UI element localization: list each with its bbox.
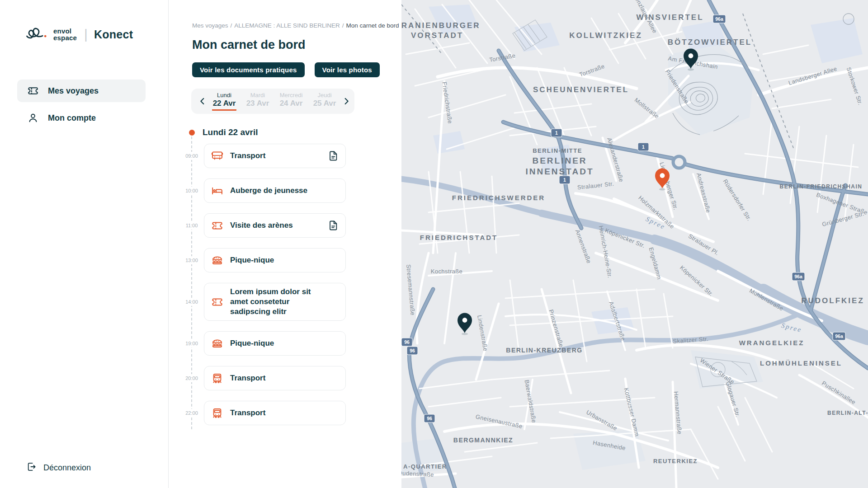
chevron-left-icon[interactable] [198,96,208,107]
district-label: BÖTZOWVIERTEL [668,38,752,47]
timeline-day-header: Lundi 22 avril [169,127,401,137]
documents-button[interactable]: Voir les documents pratiques [192,62,305,77]
road-shield: 1 [551,129,562,137]
brand-name: Konect [94,28,133,41]
timeline-day-label: Lundi 22 avril [203,127,258,137]
content-panel: Mes voyages/ALLEMAGNE : ALLE SIND BERLIN… [169,0,401,488]
timeline-row: 09:00 Transport [169,144,401,168]
activity-card-ticket[interactable]: Lorem ipsum dolor sit amet consetetur sa… [204,283,346,321]
timeline-time: 11:00 [185,221,198,230]
district-label: BERGMANNKIEZ [453,436,513,444]
road-shield: 96a [792,272,805,281]
district-label: SCHEUNENVIERTEL [533,85,629,94]
day-name: Mercredi [274,92,308,99]
timeline-row: 11:00 Visite des arènes [169,213,401,238]
road-shield: 96 [424,414,435,422]
ticket-icon [211,220,223,232]
carousel-days: Lundi 22 Avr Mardi 23 Avr Mercredi 24 Av… [208,92,341,111]
district-label: REUTERKIEZ [653,458,698,465]
district-label: FRIEDRICHSTADT [420,234,498,241]
logout-label: Déconnexion [43,463,91,473]
district-label: LOHMÜHLENINSEL [760,359,842,367]
sidebar-item-mon-compte[interactable]: Mon compte [17,107,146,129]
road-shield: 1 [559,176,570,184]
svg-text:96: 96 [404,339,410,345]
document-icon[interactable] [327,220,339,231]
road-shield: 96 [401,338,412,346]
map[interactable]: ORANIENBURGERVORSTADTWINSVIERTELKOLLWITZ… [401,0,868,488]
bus-icon [211,150,223,162]
activity-label: Lorem ipsum dolor sit amet consetetur sa… [230,287,326,317]
timeline-row: 19:00 Pique-nique [169,331,401,356]
activity-label: Auberge de jeunesse [230,186,307,196]
logout-icon [26,461,37,474]
sidebar-nav: Mes voyages Mon compte [0,80,168,129]
svg-text:96a: 96a [794,274,802,279]
timeline-row: 13:00 Pique-nique [169,248,401,272]
envol-espace-logo-icon [25,25,49,43]
road-shield: 96a [833,332,845,340]
document-icon[interactable] [327,150,339,162]
logo: envol espace | Konect [25,25,168,43]
svg-text:1: 1 [642,144,645,150]
activity-card-bus[interactable]: Transport [204,144,346,168]
breadcrumb-item: Mon carnet de bord [346,22,399,29]
district-label: FRIEDRICHSWERDER [452,194,545,202]
sandwich-icon [211,254,223,267]
timeline-row: 14:00 Lorem ipsum dolor sit amet consete… [169,283,401,321]
timeline-time: 19:00 [185,339,198,347]
activity-label: Pique-nique [230,255,274,265]
carousel-day-24-avr[interactable]: Mercredi 24 Avr [274,92,308,111]
carousel-day-25-avr[interactable]: Jeudi 25 Avr [308,92,341,111]
breadcrumb-item[interactable]: ALLEMAGNE : ALLE SIND BERLINER [234,22,340,29]
bed-icon [211,185,223,197]
activity-card-bed[interactable]: Auberge de jeunesse [204,178,346,203]
day-name: Jeudi [308,92,341,99]
tram-icon [211,407,223,419]
activity-label: Transport [230,373,265,383]
app-root: envol espace | Konect Mes voyages Mon co… [0,0,868,488]
roundabout [673,156,685,168]
carousel-day-22-avr[interactable]: Lundi 22 Avr [208,92,241,111]
sandwich-icon [211,338,223,350]
district-label: RUDOLFKIEZ [801,296,864,305]
day-date: 24 Avr [280,99,303,108]
date-carousel: Lundi 22 Avr Mardi 23 Avr Mercredi 24 Av… [191,89,354,114]
activity-card-tram[interactable]: Transport [204,366,346,390]
logout-button[interactable]: Déconnexion [26,461,91,474]
ticket-icon [27,85,39,97]
svg-text:96: 96 [410,348,415,353]
activity-card-ticket[interactable]: Visite des arènes [204,213,346,238]
timeline-time: 14:00 [185,298,198,306]
activity-card-sandwich[interactable]: Pique-nique [204,248,346,272]
page-title: Mon carnet de bord [192,38,401,52]
logo-divider: | [84,27,88,42]
activity-card-sandwich[interactable]: Pique-nique [204,331,346,356]
ticket-icon [211,296,223,308]
district-label: BERLIN-KREUZBERG [506,347,582,354]
chevron-right-icon[interactable] [341,96,351,107]
photos-button[interactable]: Voir les photos [315,62,380,77]
activity-card-tram[interactable]: Transport [204,401,346,425]
breadcrumb-item[interactable]: Mes voyages [192,22,228,29]
district-label: ORANIENBURGER [401,21,481,30]
timeline-row: 22:00 Transport [169,401,401,425]
activity-label: Pique-nique [230,338,274,348]
district-label: VORSTADT [411,31,463,40]
district-label: BERLINER [532,156,587,165]
svg-text:96: 96 [427,416,432,421]
timeline-time: 13:00 [185,256,198,264]
breadcrumb: Mes voyages/ALLEMAGNE : ALLE SIND BERLIN… [192,22,401,29]
timeline-row: 20:00 Transport [169,366,401,390]
street-label: Kochstraße [431,268,462,275]
map-svg: ORANIENBURGERVORSTADTWINSVIERTELKOLLWITZ… [401,0,868,488]
sidebar-item-mes-voyages[interactable]: Mes voyages [17,80,146,102]
breadcrumb-separator: / [342,22,344,29]
carousel-day-23-avr[interactable]: Mardi 23 Avr [241,92,274,111]
svg-text:96a: 96a [715,16,723,22]
timeline-rows: 09:00 Transport 10:00 Auberge de jeuness… [169,144,401,425]
district-label: INNENSTADT [525,167,594,176]
logo-wordmark: envol espace [53,28,77,41]
road-shield: 1 [638,143,649,151]
sidebar: envol espace | Konect Mes voyages Mon co… [0,0,169,488]
